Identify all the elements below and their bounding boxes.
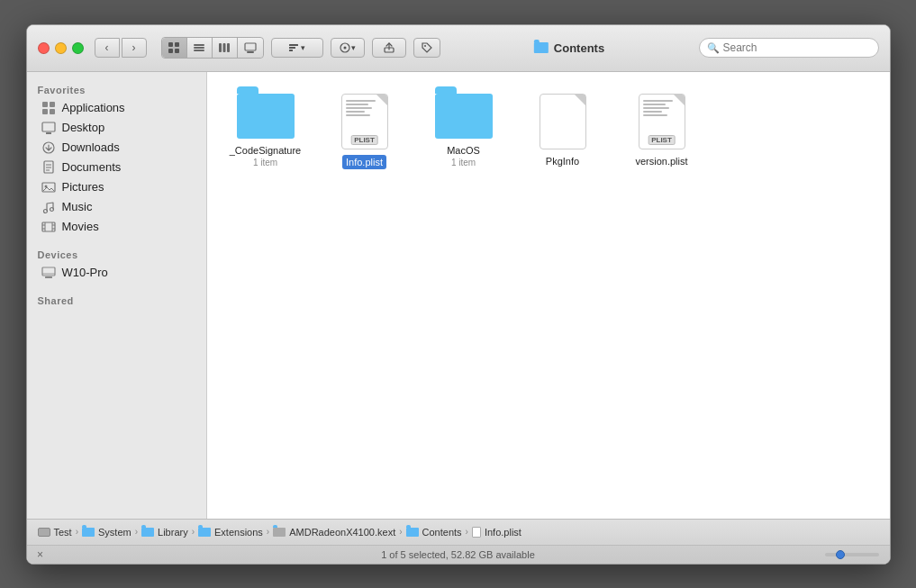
folder-icon-macos: [435, 94, 493, 139]
generic-icon-pkginfo: [540, 94, 586, 149]
svg-rect-6: [194, 50, 204, 51]
icon-view-button[interactable]: [162, 38, 187, 58]
action-button[interactable]: ▾: [331, 38, 365, 58]
file-item-infoplist[interactable]: PLIST Info.plist: [324, 90, 405, 173]
w10pro-label: W10-Pro: [62, 266, 108, 279]
file-label-macos: MacOS: [447, 144, 480, 157]
cover-view-button[interactable]: [238, 38, 263, 58]
breadcrumb-test[interactable]: Test: [38, 527, 72, 538]
breadcrumb-label-contents: Contents: [422, 527, 462, 538]
slider-track[interactable]: [825, 553, 879, 556]
file-item-codesignature[interactable]: _CodeSignature 1 item: [225, 90, 306, 173]
sidebar-item-movies[interactable]: Movies: [31, 217, 203, 237]
sidebar-item-documents[interactable]: Documents: [31, 158, 203, 177]
file-browser: _CodeSignature 1 item PLIST Info.plist: [207, 72, 890, 519]
breadcrumb-label-kext: AMDRadeonX4100.kext: [289, 527, 395, 538]
maximize-button[interactable]: [72, 42, 84, 54]
svg-point-32: [43, 209, 47, 213]
folder-icon-extensions: [198, 528, 211, 537]
sidebar-item-w10pro[interactable]: W10-Pro: [31, 263, 203, 283]
back-button[interactable]: ‹: [95, 38, 120, 58]
column-view-button[interactable]: [213, 38, 238, 58]
breadcrumb-infoplist[interactable]: Info.plist: [472, 527, 521, 538]
breadcrumb-label-test: Test: [54, 527, 72, 538]
folder-icon-codesignature: [237, 94, 295, 139]
svg-rect-9: [227, 43, 230, 52]
music-label: Music: [62, 200, 93, 213]
svg-rect-23: [42, 122, 55, 131]
desktop-label: Desktop: [62, 121, 105, 134]
minimize-button[interactable]: [55, 42, 67, 54]
breadcrumb-kext[interactable]: AMDRadeonX4100.kext: [273, 527, 395, 538]
breadcrumb-extensions[interactable]: Extensions: [198, 527, 263, 538]
slider-thumb[interactable]: [836, 550, 845, 559]
sidebar-item-music[interactable]: Music: [31, 197, 203, 217]
svg-rect-19: [42, 102, 48, 107]
breadcrumb-label-library: Library: [158, 527, 188, 538]
statusbar-close-button[interactable]: ×: [34, 548, 47, 561]
breadcrumb-contents[interactable]: Contents: [406, 527, 462, 538]
arrange-button[interactable]: ▾: [271, 38, 323, 58]
svg-rect-5: [194, 47, 204, 49]
svg-rect-34: [42, 222, 55, 231]
svg-rect-3: [175, 49, 179, 53]
plist-icon-infoplist: PLIST: [341, 94, 388, 149]
sidebar-item-downloads[interactable]: Downloads: [31, 138, 203, 158]
drive-icon-test: [38, 528, 50, 537]
breadcrumb-sep-2: ›: [192, 527, 195, 537]
status-line: × 1 of 5 selected, 52.82 GB available: [27, 546, 890, 564]
finder-window: ‹ ›: [26, 24, 891, 565]
documents-icon: [41, 160, 56, 175]
svg-rect-4: [194, 44, 204, 46]
svg-rect-22: [50, 109, 55, 114]
svg-point-33: [50, 207, 53, 211]
traffic-lights: [38, 42, 84, 54]
w10pro-icon: [41, 266, 56, 280]
svg-point-18: [424, 45, 426, 47]
close-button[interactable]: [38, 42, 50, 54]
file-label-pkginfo: PkgInfo: [546, 155, 579, 167]
breadcrumb-sep-0: ›: [76, 527, 78, 537]
zoom-slider[interactable]: [825, 553, 879, 556]
file-item-macos[interactable]: MacOS 1 item: [423, 90, 504, 173]
tag-button[interactable]: [413, 38, 440, 58]
breadcrumb-sep-4: ›: [399, 527, 402, 537]
svg-rect-2: [168, 49, 173, 53]
file-item-versionplist[interactable]: PLIST version.plist: [621, 90, 703, 173]
breadcrumb-sep-3: ›: [267, 527, 269, 537]
svg-rect-41: [42, 267, 55, 276]
sidebar-item-desktop[interactable]: Desktop: [31, 118, 203, 138]
devices-label: Devices: [27, 244, 206, 263]
file-icon-breadcrumb: [472, 527, 481, 538]
status-text: 1 of 5 selected, 52.82 GB available: [381, 549, 535, 560]
sidebar-item-pictures[interactable]: Pictures: [31, 177, 203, 197]
svg-rect-21: [42, 109, 48, 114]
favorites-label: Favorites: [27, 79, 206, 98]
forward-button[interactable]: ›: [122, 38, 147, 58]
file-item-pkginfo[interactable]: PkgInfo: [522, 90, 603, 173]
desktop-icon: [41, 121, 56, 135]
breadcrumb-library[interactable]: Library: [141, 527, 188, 538]
svg-rect-20: [50, 102, 55, 107]
view-controls: [161, 37, 264, 59]
search-input[interactable]: [723, 41, 871, 54]
svg-point-16: [344, 47, 347, 50]
breadcrumb-label-extensions: Extensions: [214, 527, 263, 538]
svg-rect-8: [223, 43, 226, 52]
sidebar-item-applications[interactable]: Applications: [31, 98, 203, 118]
file-label-codesignature: _CodeSignature: [230, 144, 302, 157]
breadcrumb: Test › System › Library › Extensions ›: [27, 520, 890, 546]
list-view-button[interactable]: [187, 38, 213, 58]
nav-buttons: ‹ ›: [95, 38, 147, 58]
share-button[interactable]: [372, 38, 406, 58]
breadcrumb-system[interactable]: System: [82, 527, 132, 538]
music-icon: [41, 200, 56, 214]
movies-icon: [41, 220, 56, 234]
breadcrumb-label-system: System: [98, 527, 132, 538]
file-label-versionplist: version.plist: [635, 155, 687, 167]
folder-icon-contents: [406, 528, 419, 537]
file-label-infoplist: Info.plist: [342, 155, 386, 169]
search-box[interactable]: 🔍: [699, 38, 879, 58]
plist-icon-versionplist: PLIST: [639, 94, 685, 149]
plist-badge-infoplist: PLIST: [350, 135, 378, 145]
